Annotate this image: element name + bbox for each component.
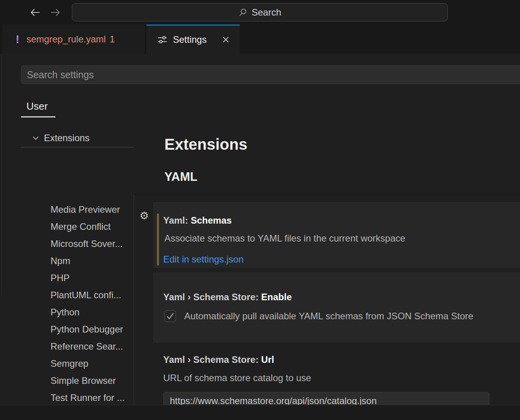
toc-item-media-previewer[interactable]: Media Previewer (21, 201, 134, 218)
yaml-file-icon: ! (16, 33, 19, 46)
toc-item-npm[interactable]: Npm (21, 252, 134, 270)
toc-header-extensions[interactable]: Extensions (21, 129, 134, 147)
toc-item-reference-search[interactable]: Reference Sear... (21, 338, 134, 355)
close-icon[interactable] (220, 34, 231, 45)
search-icon (238, 8, 248, 17)
back-arrow-icon[interactable] (29, 7, 41, 18)
setting-title: Yaml › Schema Store: Url (163, 354, 274, 365)
toc-item-semgrep[interactable]: Semgrep (21, 355, 134, 372)
setting-description: Automatically pull available YAML schema… (184, 310, 473, 322)
settings-editor: User Extensions Media Previewer Merge Co… (0, 54, 520, 405)
setting-title-key: Schemas (191, 215, 232, 226)
setting-row-yaml-schemas: Yaml: Schemas Associate schemas to YAML … (153, 202, 520, 268)
setting-title-prefix: Yaml: (163, 215, 191, 226)
check-icon (166, 312, 174, 320)
chevron-down-icon (32, 134, 40, 142)
forward-arrow-icon[interactable] (50, 7, 61, 18)
title-bar: Search (0, 0, 520, 24)
setting-row-schema-store-enable: Yaml › Schema Store: Enable Automaticall… (153, 272, 520, 343)
toc-divider (21, 147, 134, 147)
command-center-search[interactable]: Search (72, 3, 448, 21)
settings-toc: Extensions Media Previewer Merge Conflic… (21, 129, 134, 404)
settings-search-input[interactable] (21, 65, 520, 84)
tab-label: Settings (173, 34, 207, 45)
scope-tab-underline (21, 116, 56, 117)
setting-description: Associate schemas to YAML files in the c… (164, 233, 405, 244)
toc-item-python[interactable]: Python (21, 304, 134, 321)
scope-tab-user[interactable]: User (26, 99, 48, 113)
setting-title-prefix: Yaml › Schema Store: (163, 292, 261, 302)
setting-title-key: Url (261, 354, 274, 365)
settings-sliders-icon (157, 35, 168, 45)
setting-title-key: Enable (261, 292, 292, 302)
gear-icon[interactable]: ⚙ (138, 210, 150, 222)
schema-store-enable-checkbox[interactable] (164, 310, 176, 322)
toc-item-python-debugger[interactable]: Python Debugger (21, 321, 134, 338)
tab-filename: semgrep_rule.yaml (26, 34, 106, 45)
setting-title: Yaml: Schemas (163, 215, 232, 226)
tab-settings[interactable]: Settings (147, 24, 240, 54)
setting-row-schema-store-url: Yaml › Schema Store: Url URL of schema s… (153, 350, 520, 405)
toc-item-microsoft-sover[interactable]: Microsoft Sover... (21, 235, 134, 252)
toc-item-plantuml[interactable]: PlantUML confi... (21, 287, 134, 304)
tab-badge: 1 (110, 34, 115, 45)
toc-item-test-runner[interactable]: Test Runner for ... (21, 389, 134, 406)
editor-tab-bar: ! semgrep_rule.yaml 1 Settings (0, 24, 520, 54)
setting-title: Yaml › Schema Store: Enable (163, 292, 292, 303)
vscode-window: Search ! semgrep_rule.yaml 1 Settings (0, 0, 520, 420)
toc-header-label: Extensions (44, 133, 89, 144)
tab-semgrep-rule-yaml[interactable]: ! semgrep_rule.yaml 1 (2, 24, 146, 54)
editor-left-border (1, 54, 2, 294)
setting-title-prefix: Yaml › Schema Store: (163, 354, 261, 365)
edit-in-settings-json-link[interactable]: Edit in settings.json (163, 254, 244, 265)
toc-resize-sash[interactable] (134, 194, 134, 405)
setting-description: URL of schema store catalog to use (163, 372, 311, 384)
toc-item-simple-browser[interactable]: Simple Browser (21, 372, 134, 389)
toc-item-php[interactable]: PHP (21, 270, 134, 287)
modified-indicator (157, 214, 159, 266)
search-label: Search (251, 7, 281, 18)
header-divider (134, 194, 520, 194)
section-title: YAML (164, 170, 197, 184)
bottom-panel-edge (0, 405, 520, 420)
page-title: Extensions (164, 135, 247, 153)
toc-item-merge-conflict[interactable]: Merge Conflict (21, 218, 134, 235)
